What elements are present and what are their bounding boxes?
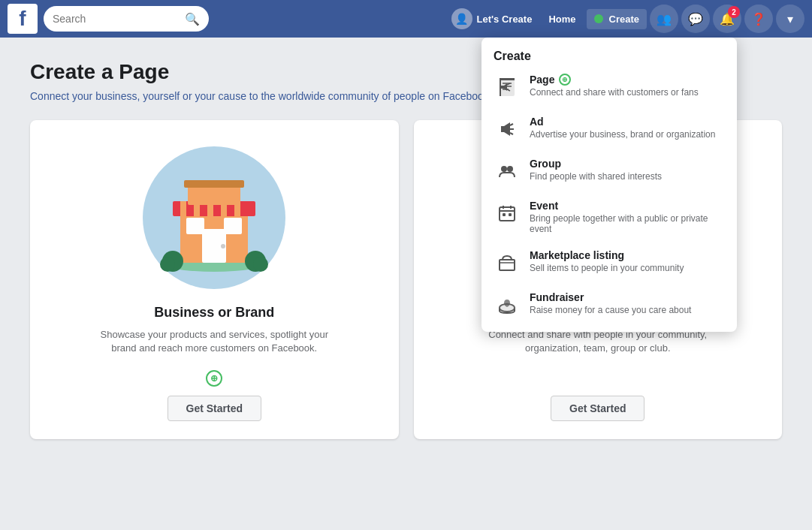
messenger-icon: 💬 xyxy=(688,12,703,26)
friends-icon: 👥 xyxy=(657,12,672,26)
nav-right: 👤 Let's Create Home Create 👥 💬 🔔 2 ❓ ▾ xyxy=(445,5,805,33)
marketplace-icon xyxy=(494,249,521,276)
fundraiser-icon xyxy=(494,291,521,318)
messenger-icon-button[interactable]: 💬 xyxy=(681,5,710,33)
svg-rect-10 xyxy=(224,218,242,234)
business-brand-desc: Showcase your products and services, spo… xyxy=(94,328,334,355)
marketplace-item-desc: Sell items to people in your community xyxy=(530,263,725,273)
event-item-text: Event Bring people together with a publi… xyxy=(530,200,725,234)
marketplace-item-title: Marketplace listing xyxy=(530,249,725,261)
green-circle-icon: ⊕ xyxy=(206,370,222,387)
event-item-title: Event xyxy=(530,200,725,212)
dropdown-item-marketplace[interactable]: Marketplace listing Sell items to people… xyxy=(481,242,737,284)
page-item-title: Page ⊕ xyxy=(530,74,725,86)
ad-item-text: Ad Advertise your business, brand or org… xyxy=(530,116,725,140)
avatar: 👤 xyxy=(451,8,472,29)
business-brand-card: Business or Brand Showcase your products… xyxy=(30,120,399,439)
ad-item-desc: Advertise your business, brand or organi… xyxy=(530,129,725,140)
page-item-text: Page ⊕ Connect and share with customers … xyxy=(530,74,725,98)
svg-rect-4 xyxy=(180,201,186,216)
help-icon: ❓ xyxy=(751,12,766,26)
green-status-dot xyxy=(594,14,603,23)
svg-rect-9 xyxy=(186,218,204,234)
community-get-started-button[interactable]: Get Started xyxy=(551,396,644,421)
ad-item-title: Ad xyxy=(530,116,725,128)
svg-rect-40 xyxy=(500,207,515,221)
marketplace-item-text: Marketplace listing Sell items to people… xyxy=(530,249,725,273)
notifications-icon-button[interactable]: 🔔 2 xyxy=(713,5,741,33)
event-item-desc: Bring people together with a public or p… xyxy=(530,213,725,234)
svg-rect-45 xyxy=(509,213,512,216)
notifications-badge: 2 xyxy=(728,6,740,18)
chevron-down-icon: ▾ xyxy=(787,12,793,26)
fundraiser-item-title: Fundraiser xyxy=(530,291,725,303)
business-illustration xyxy=(139,143,289,293)
home-nav-button[interactable]: Home xyxy=(541,9,583,29)
ad-icon xyxy=(494,116,521,143)
svg-point-38 xyxy=(501,166,507,172)
fundraiser-item-desc: Raise money for a cause you care about xyxy=(530,305,725,315)
svg-rect-27 xyxy=(500,78,515,80)
friends-icon-button[interactable]: 👥 xyxy=(650,5,678,33)
help-icon-button[interactable]: ❓ xyxy=(744,5,773,33)
dropdown-header: Create xyxy=(481,44,737,66)
group-icon xyxy=(494,158,521,185)
nav-user-button[interactable]: 👤 Let's Create xyxy=(445,5,539,32)
dropdown-item-page[interactable]: Page ⊕ Connect and share with customers … xyxy=(481,66,737,108)
page-verified-icon: ⊕ xyxy=(559,74,571,86)
business-icon-row: ⊕ xyxy=(206,370,222,387)
dropdown-item-group[interactable]: Group Find people with shared interests xyxy=(481,150,737,192)
group-item-text: Group Find people with shared interests xyxy=(530,158,725,182)
svg-rect-44 xyxy=(503,213,506,216)
svg-rect-14 xyxy=(184,180,244,188)
svg-rect-46 xyxy=(500,260,515,270)
user-name-label: Let's Create xyxy=(477,14,533,25)
page-icon xyxy=(494,74,521,101)
dropdown-item-fundraiser[interactable]: Fundraiser Raise money for a cause you c… xyxy=(481,284,737,326)
search-bar[interactable]: 🔍 xyxy=(44,6,209,32)
search-icon: 🔍 xyxy=(185,12,200,26)
svg-point-16 xyxy=(160,257,175,272)
search-input[interactable] xyxy=(53,13,182,25)
svg-point-12 xyxy=(221,244,225,248)
svg-point-18 xyxy=(253,257,268,272)
svg-point-39 xyxy=(507,166,513,172)
account-menu-button[interactable]: ▾ xyxy=(776,5,804,33)
group-item-desc: Find people with shared interests xyxy=(530,171,725,182)
svg-line-37 xyxy=(510,133,513,134)
svg-rect-26 xyxy=(500,78,501,96)
navbar: f 🔍 👤 Let's Create Home Create 👥 💬 🔔 2 ❓ xyxy=(0,0,812,38)
page-item-desc: Connect and share with customers or fans xyxy=(530,87,725,98)
create-nav-button[interactable]: Create xyxy=(587,9,647,29)
community-figure-desc: Connect and share with people in your co… xyxy=(478,328,718,355)
svg-marker-34 xyxy=(501,122,510,136)
dropdown-item-ad[interactable]: Ad Advertise your business, brand or org… xyxy=(481,108,737,150)
facebook-logo[interactable]: f xyxy=(8,4,38,34)
fundraiser-item-text: Fundraiser Raise money for a cause you c… xyxy=(530,291,725,315)
svg-line-35 xyxy=(510,124,513,125)
group-item-title: Group xyxy=(530,158,725,170)
event-icon xyxy=(494,200,521,227)
business-brand-title: Business or Brand xyxy=(154,305,274,321)
business-get-started-button[interactable]: Get Started xyxy=(168,396,261,421)
create-dropdown-menu: Create Page ⊕ Connect and share with c xyxy=(481,38,737,332)
dropdown-item-event[interactable]: Event Bring people together with a publi… xyxy=(481,192,737,242)
